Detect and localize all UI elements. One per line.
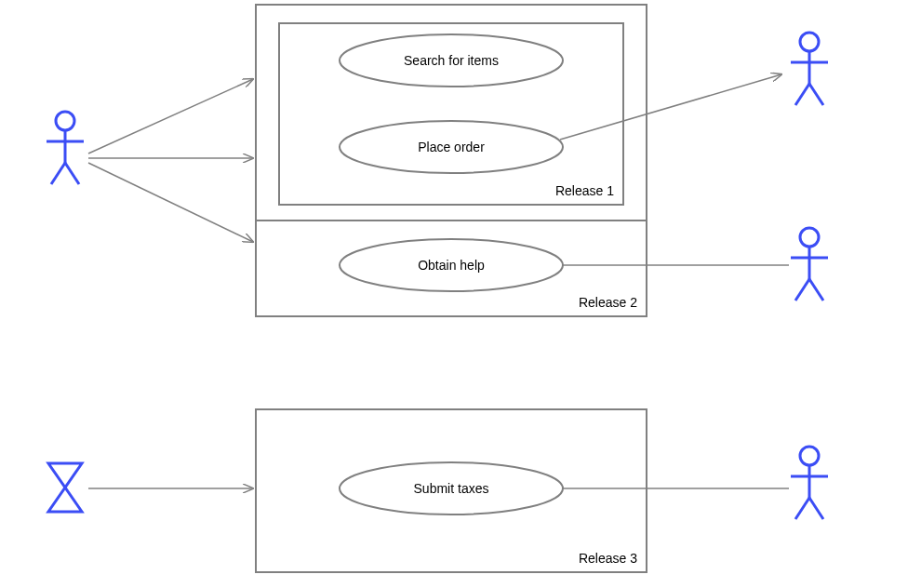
connector-customer-release2 xyxy=(88,163,253,242)
svg-point-12 xyxy=(800,33,819,51)
svg-line-15 xyxy=(795,84,809,105)
usecase-search: Search for items xyxy=(340,34,563,87)
actor-support-icon xyxy=(791,228,828,301)
svg-line-20 xyxy=(795,279,809,301)
svg-line-11 xyxy=(65,163,79,184)
package-release1-label: Release 1 xyxy=(555,183,614,198)
svg-point-22 xyxy=(800,447,819,465)
svg-point-17 xyxy=(800,228,819,247)
usecase-taxes-label: Submit taxes xyxy=(414,481,489,496)
package-release3-label: Release 3 xyxy=(579,551,637,566)
usecase-search-label: Search for items xyxy=(404,53,499,68)
usecase-order-label: Place order xyxy=(418,140,485,154)
actor-tax-authority-icon xyxy=(791,447,828,519)
svg-line-21 xyxy=(809,279,823,301)
svg-point-7 xyxy=(56,112,74,130)
usecase-help: Obtain help xyxy=(340,239,563,291)
package-release2-label: Release 2 xyxy=(579,295,637,310)
actor-timer-icon xyxy=(48,463,82,512)
actor-customer-icon xyxy=(47,112,84,184)
usecase-help-label: Obtain help xyxy=(418,258,485,273)
usecase-taxes: Submit taxes xyxy=(340,462,563,514)
svg-line-25 xyxy=(795,498,809,519)
svg-line-10 xyxy=(51,163,65,184)
usecase-order: Place order xyxy=(340,121,563,173)
connector-customer-release1a xyxy=(88,79,253,154)
svg-line-26 xyxy=(809,498,823,519)
svg-line-16 xyxy=(809,84,823,105)
actor-fulfillment-icon xyxy=(791,33,828,105)
